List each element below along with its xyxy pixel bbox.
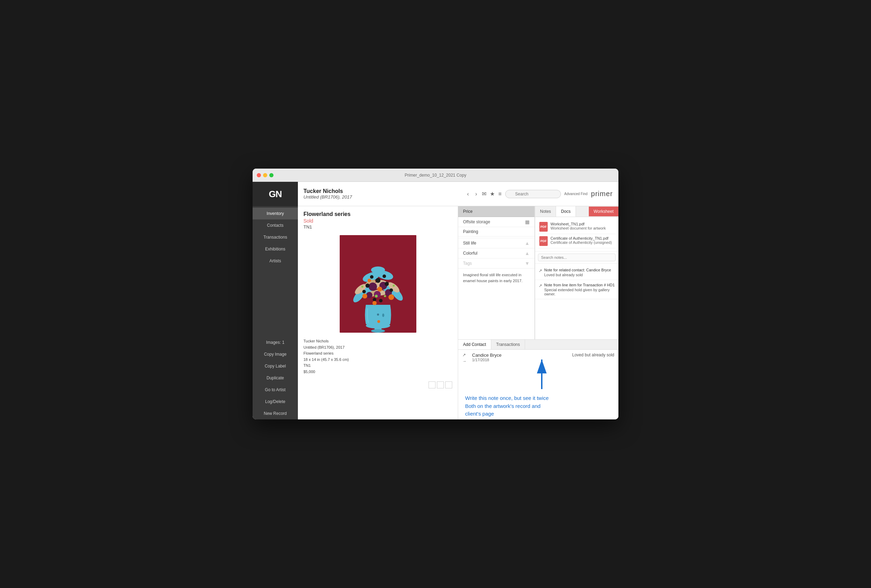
svg-point-41 (393, 284, 395, 287)
note-item-transaction: ↗ Note from line item for Transaction # … (535, 280, 618, 299)
artwork-title-header: Untitled (BR1706), 2017 (304, 195, 462, 200)
svg-point-29 (373, 298, 376, 301)
sidebar-item-inventory[interactable]: Inventory (253, 208, 298, 220)
caption-price: $5,000 (304, 369, 452, 375)
search-wrapper: 🔍 (505, 190, 561, 198)
svg-point-27 (362, 290, 366, 293)
sidebar-item-artists[interactable]: Artists (253, 255, 298, 267)
sidebar-item-transactions[interactable]: Transactions (253, 231, 298, 243)
sidebar-item-log-delete[interactable]: Log/Delete (253, 396, 298, 408)
header: Tucker Nichols Untitled (BR1706), 2017 ‹… (298, 182, 618, 206)
svg-point-25 (376, 278, 380, 283)
notes-docs-section: Notes Docs Worksheet PDF Worksheet_TN1.p… (535, 206, 618, 339)
svg-point-34 (362, 294, 367, 299)
price-field-colorful: Colorful ▲ (458, 248, 534, 259)
sidebar-item-copy-image[interactable]: Copy Image (253, 349, 298, 360)
sidebar-item-new-record[interactable]: New Record (253, 408, 298, 419)
sidebar-logo: GN (253, 182, 298, 206)
maximize-button[interactable] (269, 173, 274, 177)
minimize-button[interactable] (263, 173, 267, 177)
star-icon[interactable]: ★ (490, 190, 495, 197)
sidebar-item-copy-label[interactable]: Copy Label (253, 360, 298, 372)
doc-item-certificate[interactable]: PDF Certificate of Authenticity_TN1.pdf … (538, 234, 616, 248)
note-content-2: Note from line item for Transaction # HD… (544, 283, 615, 296)
annotation-text: Write this note once, but see it twice B… (465, 394, 611, 418)
contact-note: Loved but already sold (572, 353, 614, 358)
left-panel: Flowerland series Sold TN1 (298, 206, 458, 419)
svg-point-35 (389, 294, 394, 300)
list-icon[interactable]: ≡ (498, 191, 501, 197)
sold-badge: Sold (304, 218, 452, 224)
price-section: Price Offsite storage ▦ Painting Still l… (458, 206, 535, 339)
annotation-arrow (528, 356, 556, 391)
tab-add-contact[interactable]: Add Contact (458, 340, 491, 349)
content-body: Flowerland series Sold TN1 (298, 206, 618, 419)
price-tab[interactable]: Price (458, 206, 534, 217)
notes-search-input[interactable] (538, 254, 616, 261)
logo-text: GN (269, 189, 282, 200)
svg-point-22 (366, 292, 373, 298)
svg-point-36 (373, 301, 377, 305)
note-item-candice: ↗ Note for related contact: Candice Bryc… (535, 265, 618, 280)
external-link-icon-1[interactable]: ↗ (539, 268, 542, 273)
external-link-icon-2[interactable]: ↗ (539, 283, 542, 288)
view-btn-1[interactable] (428, 382, 436, 388)
artwork-image[interactable] (340, 235, 416, 333)
arrow-right-icon[interactable]: → (462, 359, 469, 364)
note-content-1: Note for related contact: Candice Bryce … (544, 268, 615, 277)
sidebar-item-images[interactable]: Images: 1 (253, 337, 298, 349)
artwork-description: Imagined floral still life executed in e… (458, 268, 534, 287)
sidebar-item-go-to-artist[interactable]: Go to Artist (253, 384, 298, 396)
view-btn-3[interactable] (445, 382, 452, 388)
notes-tabs: Notes Docs Worksheet (535, 206, 618, 217)
note-header-2: ↗ Note from line item for Transaction # … (539, 283, 615, 296)
window-title: Primer_demo_10_12_2021 Copy (405, 173, 467, 178)
tab-notes[interactable]: Notes (535, 206, 556, 217)
search-input[interactable] (505, 190, 561, 198)
worksheet-button[interactable]: Worksheet (589, 206, 618, 216)
caption-title: Untitled (BR1706), 2017 (304, 344, 452, 351)
svg-point-37 (368, 279, 371, 282)
email-icon[interactable]: ✉ (482, 190, 486, 197)
artwork-image-container (298, 232, 458, 338)
doc-item-worksheet[interactable]: PDF Worksheet_TN1.pdf Worksheet document… (538, 220, 616, 234)
app-body: GN Inventory Contacts Transactions Exhib… (253, 182, 618, 419)
sidebar-item-contacts[interactable]: Contacts (253, 220, 298, 231)
nav-forward-button[interactable]: › (474, 190, 478, 198)
svg-point-28 (389, 289, 393, 292)
view-btn-2[interactable] (437, 382, 444, 388)
bottom-content: ↗ → Candice Bryce 1/17/2018 Loved but al… (458, 350, 618, 419)
doc-info-certificate: Certificate of Authenticity_TN1.pdf Cert… (551, 236, 614, 245)
sidebar-item-duplicate[interactable]: Duplicate (253, 372, 298, 384)
advanced-find-label[interactable]: Advanced Find (564, 192, 588, 196)
svg-point-42 (382, 314, 384, 317)
tab-transactions[interactable]: Transactions (491, 340, 525, 349)
price-field-painting: Painting (458, 227, 534, 236)
caption-dimensions: 18 x 14 in (45.7 x 35.6 cm) (304, 357, 452, 363)
nav-back-button[interactable]: ‹ (466, 190, 470, 198)
titlebar: Primer_demo_10_12_2021 Copy (253, 169, 618, 182)
top-section: Price Offsite storage ▦ Painting Still l… (458, 206, 618, 339)
svg-point-3 (371, 329, 385, 333)
primer-logo: primer (591, 190, 613, 198)
bottom-section: Add Contact Transactions ↗ → Candice Bry (458, 339, 618, 419)
right-panel: Price Offsite storage ▦ Painting Still l… (458, 206, 618, 419)
tag-field: Tags ▼ (458, 259, 534, 268)
artwork-caption: Tucker Nichols Untitled (BR1706), 2017 F… (298, 338, 458, 379)
barcode-icon: ▦ (525, 219, 530, 225)
bottom-tabs: Add Contact Transactions (458, 340, 618, 350)
note-header-1: ↗ Note for related contact: Candice Bryc… (539, 268, 615, 277)
svg-point-32 (383, 274, 386, 278)
header-info: Tucker Nichols Untitled (BR1706), 2017 (304, 188, 462, 200)
close-button[interactable] (257, 173, 261, 177)
tab-docs[interactable]: Docs (556, 206, 576, 217)
sidebar-item-exhibitions[interactable]: Exhibitions (253, 243, 298, 255)
pdf-icon-certificate: PDF (539, 236, 548, 246)
sidebar-nav: Inventory Contacts Transactions Exhibiti… (253, 206, 298, 337)
series-title: Flowerland series (304, 211, 452, 217)
app-window: Primer_demo_10_12_2021 Copy GN Inventory… (253, 169, 618, 419)
svg-point-24 (365, 284, 370, 288)
svg-point-4 (377, 314, 379, 316)
external-link-icon-contact[interactable]: ↗ (462, 353, 469, 358)
caption-id: TN1 (304, 363, 452, 369)
